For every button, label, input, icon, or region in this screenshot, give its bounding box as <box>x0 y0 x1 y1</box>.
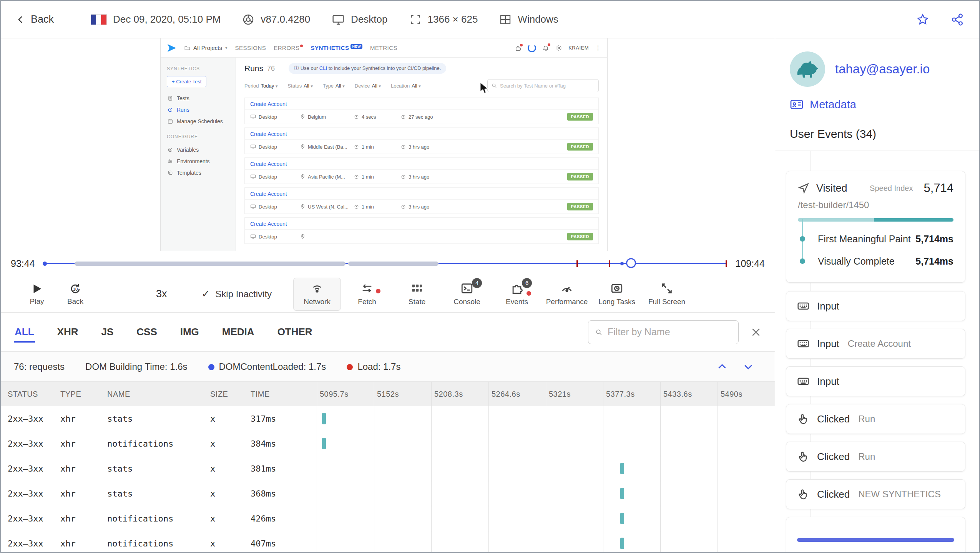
metric-dot <box>800 258 805 264</box>
replay-viewport[interactable]: All Projects ▾ SESSIONS ERRORS SYNTHETIC… <box>1 38 775 251</box>
variables-icon <box>168 147 173 152</box>
request-row[interactable]: 2xx–3xxxhrnotificationsx407ms <box>1 531 775 552</box>
error-event-marker <box>726 260 727 267</box>
app-tab-sessions: SESSIONS <box>235 45 266 51</box>
long-tasks-icon <box>610 282 623 295</box>
tab-js[interactable]: JS <box>100 314 114 350</box>
event-card-partial[interactable] <box>786 517 965 552</box>
tool-fetch[interactable]: Fetch <box>343 278 391 311</box>
tool-performance[interactable]: Performance <box>543 278 591 311</box>
session-header: Back Dec 09, 2020, 05:10 PM v87.0.4280 D… <box>1 1 979 38</box>
run-group: Create Account Desktop Belgium 4 secs 27… <box>244 98 599 124</box>
run-group: Create Account Desktop PASSED <box>244 217 599 244</box>
project-selector: All Projects ▾ <box>184 45 228 51</box>
keyboard-icon <box>797 375 809 387</box>
event-card-clicked[interactable]: Clicked NEW SYNTHETICS <box>786 479 965 509</box>
rewind-10-icon: 10 <box>69 282 82 295</box>
app-user-name: KRAIEM <box>568 45 589 51</box>
performance-gauge-icon <box>560 282 573 295</box>
tab-other[interactable]: OTHER <box>277 314 313 350</box>
run-name-link: Create Account <box>245 218 598 230</box>
playhead[interactable] <box>626 258 636 268</box>
replay-mouse-cursor <box>479 82 490 94</box>
calendar-icon <box>168 119 173 124</box>
timeline-track[interactable] <box>43 258 727 269</box>
pin-icon <box>300 114 305 119</box>
tab-css[interactable]: CSS <box>136 314 158 350</box>
speed-index-bar <box>798 218 953 222</box>
request-row[interactable]: 2xx–3xxxhrstatsx317ms <box>1 406 775 431</box>
tool-network[interactable]: Network <box>293 278 341 311</box>
screen-size-icon <box>409 13 422 26</box>
replayed-app-screen: All Projects ▾ SESSIONS ERRORS SYNTHETIC… <box>160 38 608 251</box>
skip-back-button[interactable]: 10 Back <box>56 282 95 306</box>
network-requests-table: STATUS TYPE NAME SIZE TIME 5095.7s 5152s… <box>1 382 775 552</box>
waterfall-header: 5095.7s 5152s 5208.3s 5264.6s 5321s 5377… <box>317 382 775 406</box>
os-info: Windows <box>499 13 558 26</box>
tab-all[interactable]: ALL <box>14 314 35 350</box>
event-card-input[interactable]: Input <box>786 366 965 396</box>
event-card-visited[interactable]: Visited Speed Index 5,714 /test-builder/… <box>786 171 965 283</box>
close-panel-button[interactable] <box>750 326 762 338</box>
tool-events[interactable]: 6 Events <box>493 278 541 311</box>
click-hand-icon <box>797 450 809 463</box>
share-icon <box>951 13 964 26</box>
pin-icon <box>300 174 305 179</box>
search-icon <box>595 327 602 338</box>
filter-location: LocationAll ▾ <box>391 83 421 89</box>
playback-speed-button[interactable]: 3x <box>156 288 167 300</box>
animal-avatar-icon <box>795 60 820 78</box>
create-test-button: + Create Test <box>167 76 206 87</box>
cli-info-banner: ⓘ Use our CLI to include your Synthetics… <box>289 63 446 74</box>
tab-media[interactable]: MEDIA <box>221 314 255 350</box>
tool-state[interactable]: State <box>393 278 441 311</box>
request-row[interactable]: 2xx–3xxxhrnotificationsx426ms <box>1 506 775 531</box>
skip-inactivity-toggle[interactable]: ✓ Skip Inactivity <box>202 288 272 300</box>
waterfall-cell <box>317 431 775 456</box>
time-ago-icon <box>401 174 406 179</box>
share-button[interactable] <box>951 13 964 26</box>
metric-visually-complete: Visually Complete 5,714ms <box>798 250 953 272</box>
back-button[interactable]: Back <box>16 13 54 25</box>
jump-next-button[interactable] <box>742 361 754 373</box>
waterfall-cell <box>317 531 775 552</box>
event-marker <box>620 262 624 265</box>
request-row[interactable]: 2xx–3xxxhrstatsx381ms <box>1 456 775 481</box>
tool-long-tasks[interactable]: Long Tasks <box>593 278 641 311</box>
app-tab-errors: ERRORS <box>274 45 303 51</box>
time-ago-icon <box>401 144 406 149</box>
request-row[interactable]: 2xx–3xxxhrnotificationsx384ms <box>1 431 775 456</box>
event-card-clicked[interactable]: Clicked Run <box>786 404 965 434</box>
play-button[interactable]: Play <box>18 282 56 306</box>
timeline-row: 93:44 109:44 <box>1 251 775 276</box>
tab-img[interactable]: IMG <box>179 314 200 350</box>
waterfall-cell <box>317 506 775 531</box>
inactivity-segment <box>75 262 345 266</box>
col-status: STATUS <box>1 390 60 399</box>
event-card-input[interactable]: Input Create Account <box>786 329 965 359</box>
svg-text:10: 10 <box>73 287 78 291</box>
sidebar-item-environments: Environments <box>167 156 229 167</box>
event-card-clicked[interactable]: Clicked Run <box>786 442 965 472</box>
tool-console[interactable]: 4 Console <box>443 278 491 311</box>
sidebar-item-variables: Variables <box>167 144 229 156</box>
fetch-icon <box>360 282 374 295</box>
kebab-menu-icon: ⋮ <box>595 44 601 51</box>
close-icon <box>750 326 762 338</box>
filter-period: PeriodToday ▾ <box>244 83 277 89</box>
network-filter-input[interactable] <box>588 320 739 344</box>
request-row[interactable]: 2xx–3xxxhrstatsx368ms <box>1 481 775 506</box>
tool-full-screen[interactable]: Full Screen <box>643 278 691 311</box>
jump-previous-button[interactable] <box>716 361 728 373</box>
favorite-star-button[interactable] <box>916 13 929 26</box>
resolution-text: 1366 × 625 <box>428 13 478 25</box>
duration-icon <box>354 114 359 119</box>
keyboard-icon <box>797 338 809 350</box>
error-event-marker <box>576 260 578 267</box>
load-dot <box>347 364 353 370</box>
event-card-input[interactable]: Input <box>786 291 965 321</box>
tab-xhr[interactable]: XHR <box>56 314 79 350</box>
user-events-panel: tahay@asayer.io Metadata User Events (34… <box>775 38 979 552</box>
metadata-button[interactable]: Metadata <box>790 98 964 111</box>
device-type: Desktop <box>351 13 387 25</box>
